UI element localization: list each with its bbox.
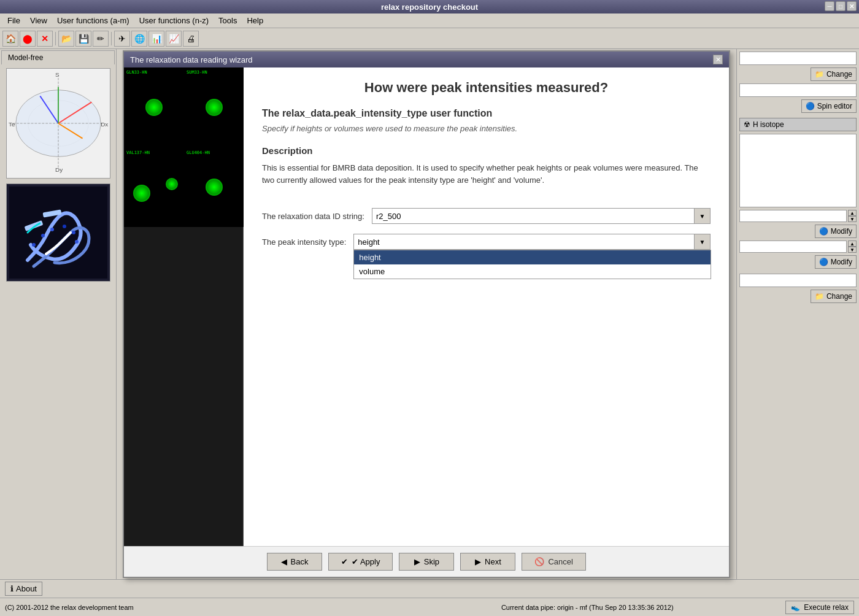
toolbar-save[interactable]: 💾 (75, 31, 91, 47)
modify-label-2: Modify (831, 258, 852, 266)
nmr-quadrant-tl: GLN33-HN (124, 67, 183, 147)
change-label-1: Change (826, 70, 852, 79)
maximize-button[interactable]: □ (836, 1, 846, 11)
nmr-dot-tl (145, 99, 163, 116)
right-input-2[interactable] (739, 83, 857, 97)
description-text: This is essential for BMRB data depositi… (262, 162, 711, 186)
peak-intensity-label: The peak intensity type: (262, 237, 346, 247)
spinner-down-1[interactable]: ▼ (848, 216, 857, 222)
protein-ribbon-svg (9, 187, 107, 279)
relaxation-id-dropdown[interactable]: ▼ (695, 208, 711, 224)
cancel-button[interactable]: 🚫 Cancel (522, 553, 585, 571)
peak-intensity-input[interactable] (353, 234, 695, 250)
spin-editor-button[interactable]: 🔵 Spin editor (801, 99, 857, 113)
right-input-1[interactable] (739, 52, 857, 65)
toolbar-print[interactable]: 🖨 (183, 31, 199, 47)
menu-help[interactable]: Help (242, 15, 268, 26)
spinner-btns-2: ▲ ▼ (848, 241, 857, 253)
toolbar-globe[interactable]: 🌐 (131, 31, 147, 47)
skip-button[interactable]: ▶ Skip (399, 553, 454, 571)
back-label: Back (291, 557, 309, 566)
next-button[interactable]: ▶ Next (460, 553, 515, 571)
right-text-area (739, 134, 857, 207)
about-button[interactable]: ℹ About (5, 582, 42, 596)
nmr-quadrant-tr: SUM33-HN (184, 67, 244, 147)
nmr-dot-br (206, 179, 223, 196)
modify-button-2[interactable]: 🔵 Modify (815, 255, 857, 269)
left-panel: Model-free Dy (0, 49, 117, 579)
relaxation-id-input-wrapper: ▼ (372, 208, 711, 224)
apply-label: ✔ Apply (352, 557, 380, 566)
toolbar-edit[interactable]: ✏ (93, 31, 109, 47)
menu-file[interactable]: File (2, 15, 25, 26)
change-button-2[interactable]: 📁 Change (811, 290, 857, 303)
center-content: The relaxation data reading wizard ✕ GLN… (117, 49, 736, 579)
spinner-input-2[interactable] (739, 241, 847, 253)
toolbar-chart[interactable]: 📊 (148, 31, 164, 47)
dropdown-option-volume[interactable]: volume (354, 264, 711, 279)
dropdown-option-height[interactable]: height (354, 250, 711, 264)
svg-text:Te: Te (8, 121, 15, 128)
wizard-right-panel: How were peak intensities measured? The … (244, 67, 729, 546)
description-heading: Description (262, 145, 711, 156)
nmr-dot-tr (206, 99, 223, 116)
wizard-body: GLN33-HN SUM33-HN VAL137-HN (124, 67, 729, 546)
current-pipe-value: origin - mf (Thu Sep 20 13:35:36 2012) (557, 604, 674, 611)
apply-button[interactable]: ✔ ✔ Apply (328, 553, 393, 571)
execute-relax-button[interactable]: 👟 Execute relax (785, 601, 854, 614)
svg-text:Dx: Dx (101, 121, 108, 128)
nmr-quadrant-br: GLU404-HN (184, 148, 244, 228)
svg-point-18 (50, 228, 54, 231)
modify-button-1[interactable]: 🔵 Modify (815, 225, 857, 238)
svg-point-21 (75, 240, 79, 244)
menu-user-functions-nz[interactable]: User functions (n-z) (134, 15, 214, 26)
toolbar: 🏠 ⬤ ✕ 📂 💾 ✏ ✈ 🌐 📊 📈 🖨 (0, 28, 859, 49)
nmr-label-br: GLU404-HN (187, 150, 210, 155)
current-pipe-label: Current data pipe: (501, 604, 555, 611)
nmr-grid: GLN33-HN SUM33-HN VAL137-HN (124, 67, 244, 227)
toolbar-graph[interactable]: 📈 (166, 31, 182, 47)
spinner-up-1[interactable]: ▲ (848, 210, 857, 216)
spinner-down-2[interactable]: ▼ (848, 247, 857, 253)
right-input-3[interactable] (739, 274, 857, 287)
change-button-1[interactable]: 📁 Change (811, 67, 857, 81)
current-pipe-text: Current data pipe: origin - mf (Thu Sep … (395, 604, 779, 611)
status-bar: ℹ About (0, 579, 859, 598)
toolbar-run[interactable]: ✈ (114, 31, 130, 47)
menu-user-functions-am[interactable]: User functions (a-m) (52, 15, 134, 26)
function-title: The relax_data.peak_intensity_type user … (262, 108, 711, 119)
execute-label: Execute relax (804, 603, 849, 612)
next-label: Next (485, 557, 501, 566)
relaxation-id-input[interactable] (372, 208, 695, 224)
execute-icon: 👟 (791, 603, 800, 612)
wizard-heading: How were peak intensities measured? (262, 80, 711, 96)
skip-icon: ▶ (414, 557, 420, 566)
spinner-row-1: ▲ ▼ (739, 210, 857, 222)
nmr-dot-bl (133, 185, 150, 202)
wizard-close-button[interactable]: ✕ (713, 55, 723, 64)
nmr-label-tr: SUM33-HN (187, 70, 207, 75)
next-icon: ▶ (475, 557, 481, 566)
minimize-button[interactable]: ─ (825, 1, 834, 11)
right-panel: 📁 Change 🔵 Spin editor ☢ H isotope ▲ ▼ (736, 49, 859, 579)
svg-text:Dy: Dy (55, 166, 63, 173)
back-button[interactable]: ◀ Back (267, 553, 322, 571)
ellipsoid-visualization: Dy Dx Te S (6, 68, 110, 179)
h-isotope-label: H isotope (753, 120, 784, 129)
toolbar-open[interactable]: 📂 (58, 31, 74, 47)
change-label-2: Change (826, 292, 852, 301)
svg-point-17 (41, 234, 45, 237)
peak-intensity-dropdown-btn[interactable]: ▼ (695, 234, 711, 250)
spinner-input-1[interactable] (739, 210, 847, 222)
protein-visualization (6, 183, 110, 282)
main-layout: Model-free Dy (0, 49, 859, 579)
menu-view[interactable]: View (25, 15, 52, 26)
toolbar-close[interactable]: ✕ (37, 31, 53, 47)
close-button[interactable]: ✕ (847, 1, 857, 11)
menu-tools[interactable]: Tools (214, 15, 242, 26)
spinner-up-2[interactable]: ▲ (848, 241, 857, 247)
toolbar-stop[interactable]: ⬤ (20, 31, 36, 47)
model-free-tab[interactable]: Model-free (1, 50, 115, 64)
skip-label: Skip (424, 557, 439, 566)
toolbar-home[interactable]: 🏠 (2, 31, 18, 47)
